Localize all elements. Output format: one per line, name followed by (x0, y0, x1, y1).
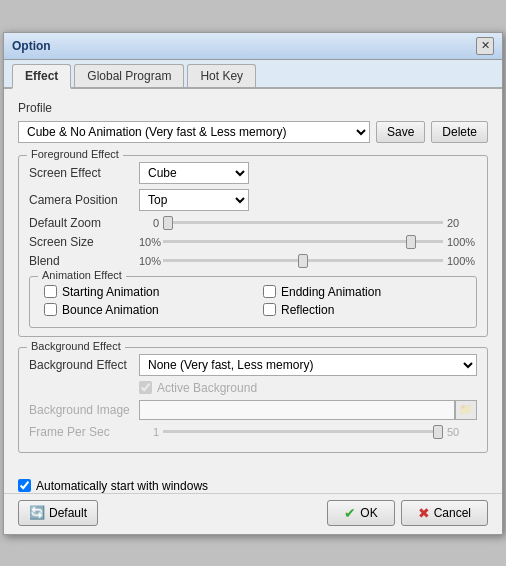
default-zoom-label: Default Zoom (29, 216, 139, 230)
animation-effect-title: Animation Effect (38, 269, 126, 281)
autostart-checkbox[interactable] (18, 479, 31, 492)
blend-max: 100% (447, 255, 477, 267)
reflection-label: Reflection (281, 303, 334, 317)
option-dialog: Option ✕ Effect Global Program Hot Key P… (3, 32, 503, 535)
active-background-row: Active Background (29, 381, 477, 395)
bg-effect-label: Background Effect (29, 358, 139, 372)
bounce-animation-row: Bounce Animation (44, 303, 243, 317)
ok-cancel-group: ✔ OK ✖ Cancel (327, 500, 488, 526)
profile-label: Profile (18, 101, 488, 115)
screen-effect-label: Screen Effect (29, 166, 139, 180)
ok-icon: ✔ (344, 505, 356, 521)
window-title: Option (12, 39, 51, 53)
screen-size-row: Screen Size 10% 100% (29, 235, 477, 249)
blend-min: 10% (139, 255, 159, 267)
footer-buttons: 🔄 Default ✔ OK ✖ Cancel (4, 493, 502, 534)
bg-effect-row: Background Effect None (Very fast, Less … (29, 354, 477, 376)
camera-position-select[interactable]: TopBottomFront (139, 189, 249, 211)
background-image-browse-button[interactable]: 📁 (455, 400, 477, 420)
reflection-row: Reflection (263, 303, 462, 317)
background-effect-title: Background Effect (27, 340, 125, 352)
starting-animation-checkbox[interactable] (44, 285, 57, 298)
screen-size-slider[interactable] (163, 240, 443, 243)
default-zoom-slider[interactable] (163, 221, 443, 224)
frame-per-sec-slider[interactable] (163, 430, 443, 433)
blend-label: Blend (29, 254, 139, 268)
tab-bar: Effect Global Program Hot Key (4, 60, 502, 89)
active-background-checkbox[interactable] (139, 381, 152, 394)
screen-effect-select[interactable]: CubeNoneFade (139, 162, 249, 184)
refresh-icon: 🔄 (29, 505, 45, 520)
frame-per-sec-label: Frame Per Sec (29, 425, 139, 439)
autostart-row: Automatically start with windows (4, 475, 502, 493)
camera-position-row: Camera Position TopBottomFront (29, 189, 477, 211)
camera-position-label: Camera Position (29, 193, 139, 207)
ok-button[interactable]: ✔ OK (327, 500, 394, 526)
background-image-label: Background Image (29, 403, 139, 417)
frame-per-sec-min: 1 (139, 426, 159, 438)
tab-global-program[interactable]: Global Program (74, 64, 184, 87)
frame-per-sec-max: 50 (447, 426, 477, 438)
screen-size-max: 100% (447, 236, 477, 248)
blend-row: Blend 10% 100% (29, 254, 477, 268)
frame-per-sec-row: Frame Per Sec 1 50 (29, 425, 477, 439)
active-bg-checkbox-row: Active Background (139, 381, 257, 395)
cancel-icon: ✖ (418, 505, 430, 521)
profile-row: Cube & No Animation (Very fast & Less me… (18, 121, 488, 143)
bg-effect-select[interactable]: None (Very fast, Less memory)Solid Color… (139, 354, 477, 376)
default-zoom-min: 0 (139, 217, 159, 229)
tab-effect[interactable]: Effect (12, 64, 71, 89)
cancel-button[interactable]: ✖ Cancel (401, 500, 488, 526)
ending-animation-row: Endding Animation (263, 285, 462, 299)
starting-animation-label: Starting Animation (62, 285, 159, 299)
background-effect-group: Background Effect Background Effect None… (18, 347, 488, 453)
profile-select[interactable]: Cube & No Animation (Very fast & Less me… (18, 121, 370, 143)
background-image-row: Background Image 📁 (29, 400, 477, 420)
ending-animation-checkbox[interactable] (263, 285, 276, 298)
tab-hot-key[interactable]: Hot Key (187, 64, 256, 87)
animation-checkboxes: Starting Animation Endding Animation Bou… (40, 283, 466, 319)
foreground-effect-group: Foreground Effect Screen Effect CubeNone… (18, 155, 488, 337)
screen-size-min: 10% (139, 236, 159, 248)
autostart-label: Automatically start with windows (36, 479, 208, 493)
foreground-effect-title: Foreground Effect (27, 148, 123, 160)
ending-animation-label: Endding Animation (281, 285, 381, 299)
animation-effect-group: Animation Effect Starting Animation Endd… (29, 276, 477, 328)
tab-content-effect: Profile Cube & No Animation (Very fast &… (4, 89, 502, 475)
active-background-label: Active Background (157, 381, 257, 395)
background-image-input[interactable] (139, 400, 455, 420)
default-zoom-row: Default Zoom 0 20 (29, 216, 477, 230)
title-bar: Option ✕ (4, 33, 502, 60)
bounce-animation-label: Bounce Animation (62, 303, 159, 317)
screen-effect-row: Screen Effect CubeNoneFade (29, 162, 477, 184)
close-button[interactable]: ✕ (476, 37, 494, 55)
default-button[interactable]: 🔄 Default (18, 500, 98, 526)
default-zoom-max: 20 (447, 217, 477, 229)
blend-slider[interactable] (163, 259, 443, 262)
delete-button[interactable]: Delete (431, 121, 488, 143)
bounce-animation-checkbox[interactable] (44, 303, 57, 316)
save-button[interactable]: Save (376, 121, 425, 143)
reflection-checkbox[interactable] (263, 303, 276, 316)
starting-animation-row: Starting Animation (44, 285, 243, 299)
screen-size-label: Screen Size (29, 235, 139, 249)
